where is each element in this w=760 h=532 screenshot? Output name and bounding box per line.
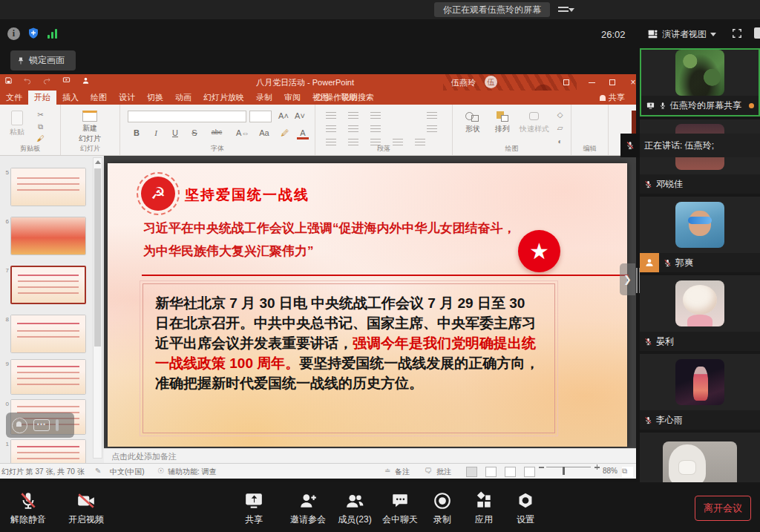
tab-animations[interactable]: 动画 [169, 91, 197, 105]
thumbnail-scrollbar[interactable] [93, 157, 102, 459]
members-button[interactable]: 成员(23) [334, 490, 376, 526]
tab-review[interactable]: 审阅 [278, 91, 307, 105]
zoom-slider-thumb[interactable] [563, 467, 565, 475]
settings-button[interactable]: 设置 [509, 490, 542, 526]
highlight-button[interactable]: 🖉 [279, 128, 291, 137]
cut-icon[interactable]: ✂ [36, 111, 45, 119]
tab-home[interactable]: 开始 [28, 91, 56, 105]
slide-thumbnail[interactable] [10, 359, 86, 395]
spellcheck-icon[interactable]: ✎ [95, 467, 101, 475]
watching-menu-icon[interactable] [558, 4, 574, 16]
save-icon[interactable] [4, 76, 13, 85]
zoom-slider[interactable] [546, 467, 591, 467]
presenter-icon[interactable] [82, 76, 90, 85]
chat-button[interactable]: 会中聊天 [379, 490, 422, 526]
line-spacing-icon[interactable] [370, 125, 381, 134]
fit-to-window-icon[interactable]: ⧉ [622, 467, 633, 477]
quick-styles-button[interactable]: 快速样式 [518, 111, 551, 134]
apps-button[interactable]: 应用 [468, 490, 500, 526]
participant-tile[interactable]: 郭爽 [640, 197, 760, 272]
participant-tile[interactable]: 晏利 [640, 275, 760, 351]
presenter-bubble-icon[interactable] [12, 418, 27, 433]
zoom-in-icon[interactable] [594, 467, 600, 468]
participant-tile[interactable]: 李心雨 [640, 354, 760, 430]
redo-icon[interactable] [42, 76, 51, 85]
participant-tile-sharing[interactable]: 伍燕玲的屏幕共享 [640, 48, 760, 116]
bullets-icon[interactable] [326, 112, 336, 120]
language-status[interactable]: 中文(中国) [110, 467, 145, 477]
tab-insert[interactable]: 插入 [56, 91, 85, 105]
floating-toolbar[interactable] [6, 413, 74, 438]
record-button[interactable]: 录制 [426, 490, 459, 526]
shape-outline-icon[interactable]: ▱ [555, 124, 565, 133]
invite-button[interactable]: 邀请参会 [285, 490, 331, 526]
ribbon-display-options-button[interactable] [555, 74, 577, 91]
shapes-button[interactable]: 形状 [460, 111, 485, 134]
minimize-button[interactable] [580, 74, 603, 91]
meeting-info-icon[interactable] [7, 27, 20, 40]
font-size-input[interactable] [249, 111, 272, 122]
edge-panel-icon[interactable] [754, 27, 760, 39]
italic-button[interactable]: I [150, 128, 162, 137]
shrink-font-button[interactable]: A˅ [294, 111, 306, 120]
lock-screen-button[interactable]: 锁定画面 [10, 50, 76, 70]
slide-sorter-view-button[interactable] [485, 467, 497, 477]
close-button[interactable]: × [622, 74, 636, 91]
sidebar-collapse-button[interactable]: ❯ [620, 263, 635, 295]
slideshow-icon[interactable] [62, 76, 71, 85]
strikethrough-button[interactable]: S [189, 128, 200, 137]
slide-thumbnail[interactable] [10, 315, 86, 353]
numbering-icon[interactable] [348, 112, 358, 120]
share-screen-button[interactable]: 共享 [236, 490, 272, 526]
font-color-button[interactable]: A [297, 128, 309, 139]
slide-thumbnail-selected[interactable] [10, 266, 86, 304]
ppt-account-avatar[interactable]: 伍 [485, 76, 497, 88]
zoom-out-icon[interactable] [539, 467, 544, 468]
start-video-button[interactable]: 开启视频 [62, 490, 110, 526]
scroll-up-icon[interactable] [95, 160, 101, 164]
more-options-icon[interactable] [33, 419, 50, 431]
indent-icon[interactable] [370, 112, 381, 120]
align-left-icon[interactable] [326, 125, 336, 134]
toolbar-handle[interactable] [56, 419, 59, 431]
tab-slideshow[interactable]: 幻灯片放映 [197, 91, 250, 105]
format-painter-icon[interactable]: 🖌 [36, 134, 45, 143]
columns-icon[interactable] [427, 125, 437, 134]
fullscreen-icon[interactable] [732, 28, 742, 39]
bold-button[interactable]: B [131, 128, 142, 137]
leave-meeting-button[interactable]: 离开会议 [695, 496, 751, 521]
tell-me-search[interactable]: 操作说明搜索 [315, 91, 374, 105]
grow-font-button[interactable]: A˄ [278, 111, 289, 120]
slide-thumbnail[interactable] [10, 168, 86, 206]
tab-draw[interactable]: 绘图 [85, 91, 113, 105]
shape-fill-icon[interactable]: ◇ [555, 111, 565, 119]
slideshow-view-button[interactable] [524, 467, 535, 477]
notes-toggle[interactable]: 备注 [395, 467, 410, 477]
tab-record[interactable]: 录制 [250, 91, 278, 105]
change-case-button[interactable]: Aa [258, 128, 270, 137]
undo-icon[interactable] [23, 76, 32, 85]
notes-pane[interactable]: 点击此处添加备注 [104, 448, 636, 463]
underline-button[interactable]: U [169, 128, 181, 137]
align-center-icon[interactable] [348, 125, 358, 134]
security-shield-icon[interactable] [27, 26, 40, 44]
character-spacing-button[interactable]: A⇔ [236, 128, 248, 137]
tab-design[interactable]: 设计 [113, 91, 141, 105]
arrange-button[interactable]: 排列 [490, 111, 515, 134]
text-direction-icon[interactable] [427, 112, 437, 120]
tab-file[interactable]: 文件 [0, 91, 28, 105]
ppt-share-button[interactable]: 共享 [600, 91, 625, 105]
normal-view-button[interactable] [466, 467, 477, 477]
slide-thumbnail[interactable] [10, 217, 86, 255]
font-name-input[interactable] [128, 111, 246, 122]
clear-format-button[interactable]: abc [208, 128, 226, 136]
restore-button[interactable] [601, 74, 623, 91]
slide-thumbnail[interactable] [10, 439, 86, 463]
tab-transitions[interactable]: 切换 [141, 91, 169, 105]
copy-icon[interactable]: ⧉ [36, 122, 45, 131]
unmute-button[interactable]: 解除静音 [4, 490, 52, 526]
paste-button[interactable]: 粘贴 [4, 111, 30, 137]
reading-view-button[interactable] [505, 467, 516, 477]
view-mode-selector[interactable]: 演讲者视图 [647, 27, 716, 41]
comments-toggle[interactable]: 批注 [436, 467, 451, 477]
